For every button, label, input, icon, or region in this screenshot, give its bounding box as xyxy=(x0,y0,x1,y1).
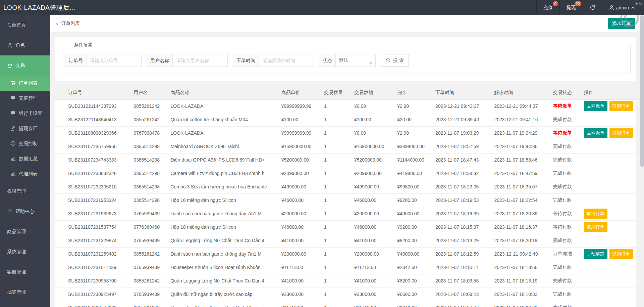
unit-price: ¥499000.00 xyxy=(278,180,321,193)
search-button[interactable]: 搜 索 xyxy=(381,54,409,67)
actions-cell xyxy=(581,180,636,193)
search-icon xyxy=(386,57,391,63)
transaction-status: 等待付款 xyxy=(550,220,581,234)
recharge-menu-item[interactable]: 充值 0 xyxy=(536,0,559,15)
trade-qty: 1 xyxy=(321,180,351,193)
sidebar-item-提现管理[interactable]: 提现管理 xyxy=(0,121,50,136)
action-button-取消订单[interactable]: 取消订单 xyxy=(609,128,633,138)
sidebar-item-label: 商品管理 xyxy=(7,229,26,235)
sidebar-item-label: 抽奖管理 xyxy=(7,289,26,295)
refresh-icon xyxy=(590,5,595,10)
refresh-button[interactable] xyxy=(583,0,602,15)
action-button-取消订单[interactable]: 取消订单 xyxy=(584,222,607,232)
action-button-取消订单[interactable]: 取消订单 xyxy=(609,101,633,111)
search-input-下单时间[interactable] xyxy=(259,54,314,67)
transaction-status: 完成付款 xyxy=(550,153,581,167)
trade-amount: ¥46000.00 xyxy=(351,220,394,234)
actions-cell xyxy=(581,140,636,153)
order-row: SUB2311072323052100365514298Combo 3 Sữa … xyxy=(55,180,636,193)
sidebar-item-系统管理[interactable]: 系统管理 xyxy=(0,242,50,262)
orders-table-card: 订单号用户名商品名称商品单价交易数量交易数额佣金下单时间解冻时间交易状态操作 S… xyxy=(55,86,636,307)
search-field-用户名称: 用户名称 xyxy=(147,54,228,67)
order-row: SUB2312211443372930855261242LOOK-LAZADA¥… xyxy=(55,99,636,113)
trade-amount: ¥200000.00 xyxy=(351,207,394,220)
sidebar-item-label: 帮助中心 xyxy=(15,209,34,215)
sidebar-item-帮助中心[interactable]: 帮助中心 xyxy=(0,202,50,222)
table-header-row: 订单号用户名商品名称商品单价交易数量交易数额佣金下单时间解冻时间交易状态操作 xyxy=(55,86,636,99)
unfreeze-time: 2023-11-07 19:44:36 xyxy=(491,140,549,153)
user-icon xyxy=(7,43,13,48)
sidebar-item-客服管理[interactable]: 客服管理 xyxy=(0,262,50,282)
action-button-取消订单[interactable]: 取消订单 xyxy=(584,209,607,219)
order-row: SUB2311072313298740765939439Quần Legging… xyxy=(55,234,636,247)
order-time: 2023-11-07 18:12:59 xyxy=(432,247,491,261)
recharge-label: 充值 xyxy=(543,5,553,11)
sidebar-item-订单列表[interactable]: 订单列表 xyxy=(0,76,50,91)
breadcrumb: » 订单列表 添加订单 xyxy=(50,15,640,32)
column-header: 订单号 xyxy=(55,86,130,99)
unfreeze-time: 2023-11-07 18:58:46 xyxy=(491,153,549,167)
commission: ¥9200.00 xyxy=(394,220,432,234)
username-cell: 0855261242 xyxy=(130,113,167,126)
order-row: SUB2311072309234970765939439Quần đùi nữ … xyxy=(55,288,636,301)
actions-cell xyxy=(581,301,636,307)
order-row: SUB2311072315377540776369460Hộp 10 miếng… xyxy=(55,220,636,234)
unfreeze-time: 2023-11-07 18:16:37 xyxy=(491,220,549,234)
status-select[interactable]: 默认 xyxy=(335,54,376,67)
search-input-用户名称[interactable] xyxy=(172,54,228,67)
order-number: SUB231221143940413 xyxy=(55,113,130,126)
order-row: SUB2311072357599600365514298Mainboard AS… xyxy=(55,140,636,153)
withdraw-badge: 22 xyxy=(575,1,581,6)
search-input-订单号[interactable] xyxy=(86,54,142,67)
sidebar-item-代理列表[interactable]: 代理列表 xyxy=(0,166,50,181)
sidebar-item-交易[interactable]: 交易 xyxy=(0,55,50,76)
trade-qty: 1 xyxy=(321,126,351,140)
action-button-立即派单[interactable]: 立即派单 xyxy=(584,101,607,111)
unit-price: ¥5200000.00 xyxy=(278,153,321,167)
trade-qty: 1 xyxy=(321,99,351,113)
username-cell: 0855261242 xyxy=(130,99,167,113)
scrollbar-thumb[interactable] xyxy=(640,15,644,167)
commission: ¥20.00 xyxy=(394,113,432,126)
actions-cell xyxy=(581,274,636,288)
sidebar-item-商品管理[interactable]: 商品管理 xyxy=(0,222,50,242)
unit-price: ¥46000.00 xyxy=(278,193,321,207)
sidebar-item-后台首页[interactable]: 后台首页 xyxy=(0,15,50,35)
commission: ¥9200.00 xyxy=(394,193,432,207)
app-title: LOOK-LAZADA管理后... xyxy=(0,3,148,12)
sidebar-item-权限管理[interactable]: 权限管理 xyxy=(0,181,50,202)
action-button-立即派单[interactable]: 立即派单 xyxy=(584,128,607,138)
action-button-取消订单[interactable]: 取消订单 xyxy=(609,249,633,259)
actions-cell: 手动解冻取消订单 xyxy=(581,247,636,261)
order-row: SUB2311072319533240365514298Hộp 10 miếng… xyxy=(55,193,636,207)
transaction-status: 完成付款 xyxy=(550,274,581,288)
username: admin xyxy=(616,5,629,10)
search-panel: 条件搜索 订单号用户名称下单时间状态默认 搜 索 xyxy=(55,37,636,81)
sidebar-item-抽奖管理[interactable]: 抽奖管理 xyxy=(0,282,50,302)
vertical-scrollbar[interactable] xyxy=(640,15,644,307)
username-cell: 0855261242 xyxy=(130,274,167,288)
unit-price: ¥200000.00 xyxy=(278,207,321,220)
trade-amount: ¥41000.00 xyxy=(351,234,394,247)
order-number: SUB231107231259402 xyxy=(55,247,130,261)
product-name: Hộp 10 miếng dán ngực Silicon xyxy=(167,220,278,234)
order-time: 2023-11-07 18:15:37 xyxy=(432,220,491,234)
commission: ¥1144000.00 xyxy=(394,153,432,167)
product-name: Camera wifi Ezviz dùng pin CB3 EB3 chính… xyxy=(167,167,278,180)
actions-cell xyxy=(581,113,636,126)
actions-cell: 立即派单取消订单 xyxy=(581,126,636,140)
chat-icon xyxy=(10,111,16,116)
order-time: 2023-11-07 18:10:11 xyxy=(432,261,491,274)
product-name: LOOK-LAZADA xyxy=(167,126,278,140)
commission: ¥2.90 xyxy=(394,126,432,140)
sidebar-item-交易控制[interactable]: 交易控制 xyxy=(0,136,50,151)
sidebar-item-充值管理[interactable]: 充值管理 xyxy=(0,91,50,106)
username-cell: 0365514298 xyxy=(130,153,167,167)
action-button-手动解冻[interactable]: 手动解冻 xyxy=(584,249,607,259)
withdraw-menu-item[interactable]: 提现 22 xyxy=(559,0,583,15)
sidebar-item-角色[interactable]: 角色 xyxy=(0,35,50,55)
unfreeze-time: 2023-12-21 09:44:37 xyxy=(491,99,549,113)
sidebar-item-银行卡设置[interactable]: 银行卡设置 xyxy=(0,106,50,121)
sidebar-item-数据汇总[interactable]: 数据汇总 xyxy=(0,151,50,166)
username-cell: 0765939439 xyxy=(130,261,167,274)
